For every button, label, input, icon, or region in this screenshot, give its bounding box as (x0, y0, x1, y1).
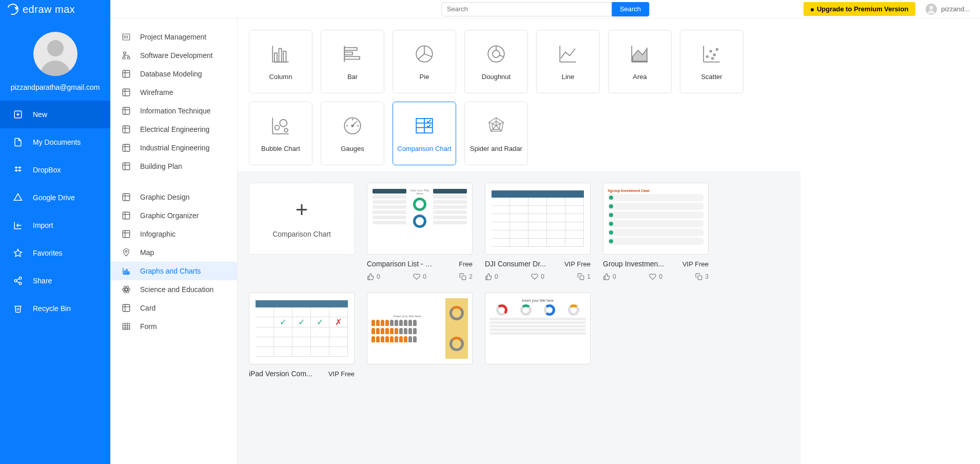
template-stats: 003 (603, 273, 709, 280)
category-ie[interactable]: Industrial Engineering (110, 139, 237, 157)
form-icon (122, 322, 131, 331)
svg-line-81 (499, 55, 503, 56)
likes: 0 (367, 273, 380, 280)
tile-scatter[interactable]: Scatter (680, 30, 743, 93)
category-sd[interactable]: Software Development (110, 46, 237, 65)
new-template-label: Comparison Chart (272, 230, 331, 238)
category-gd[interactable]: Graphic Design (110, 188, 237, 206)
category-sci[interactable]: Science and Education (110, 280, 237, 299)
category-wf[interactable]: Wireframe (110, 83, 237, 102)
tile-bar[interactable]: Bar (321, 30, 384, 93)
template-badge: VIP Free (564, 260, 591, 268)
search-input[interactable] (441, 2, 612, 16)
category-info[interactable]: Infographic (110, 225, 237, 243)
column-chart-icon (270, 43, 291, 65)
template-title: iPad Version Com... (249, 370, 312, 378)
nav-share[interactable]: Share (0, 267, 110, 295)
svg-point-101 (351, 125, 354, 127)
category-label: Information Technique (140, 107, 211, 115)
svg-rect-41 (123, 212, 130, 219)
ee-icon (122, 125, 131, 134)
tile-gauges[interactable]: Gauges (321, 102, 384, 165)
tile-label: Comparison Chart (397, 145, 452, 152)
category-sidebar: Project ManagementSoftware DevelopmentDa… (110, 0, 238, 464)
tile-bubble[interactable]: Bubble Chart (249, 102, 312, 165)
category-label: Wireframe (140, 88, 173, 96)
user-menu[interactable]: pizzand... (926, 4, 970, 15)
category-go[interactable]: Graphic Organizer (110, 206, 237, 225)
category-charts[interactable]: Graphs and Charts (110, 262, 237, 280)
template-card[interactable]: DJI Consumer Dr...VIP Free001 (485, 183, 591, 280)
user-email: pizzandparatha@gmail.com (11, 83, 100, 91)
template-title: Group Investmen... (603, 260, 664, 268)
tile-doughnut[interactable]: Doughnut (464, 30, 528, 93)
username: pizzand... (941, 5, 970, 13)
tile-radar[interactable]: Spider and Radar (464, 102, 528, 165)
category-label: Industrial Engineering (140, 144, 209, 152)
avatar[interactable] (33, 32, 77, 76)
category-map[interactable]: Map (110, 243, 237, 262)
nav-dropbox[interactable]: DropBox (0, 156, 110, 184)
template-card[interactable]: ✓✓✓✗iPad Version Com...VIP Free (249, 293, 355, 378)
template-card[interactable]: Xgroup Investment CaseGroup Investmen...… (603, 183, 709, 280)
category-label: Project Management (140, 33, 206, 41)
pie-chart-icon (414, 43, 435, 65)
category-dm[interactable]: Database Modeling (110, 65, 237, 83)
template-card[interactable]: Add Your Title HereComparison List - Pas… (367, 183, 473, 280)
search-button[interactable]: Search (612, 2, 649, 16)
tile-pie[interactable]: Pie (393, 30, 456, 93)
category-card[interactable]: Card (110, 299, 237, 317)
nav-label: DropBox (33, 166, 61, 174)
tile-area[interactable]: Area (608, 30, 672, 93)
tile-label: Doughnut (482, 73, 511, 81)
topbar: Search Upgrade to Premium Version pizzan… (110, 0, 980, 18)
category-ee[interactable]: Electrical Engineering (110, 120, 237, 139)
svg-point-79 (493, 50, 500, 57)
tile-label: Bar (347, 73, 358, 81)
tile-column[interactable]: Column (249, 30, 312, 93)
template-badge: Free (459, 260, 473, 268)
svg-line-76 (424, 54, 432, 56)
recycle-icon (13, 304, 23, 313)
svg-rect-52 (128, 272, 129, 275)
nav-mydocs[interactable]: My Documents (0, 128, 110, 156)
tile-comparison[interactable]: Comparison Chart (393, 102, 456, 165)
upgrade-button[interactable]: Upgrade to Premium Version (803, 2, 915, 16)
category-pm[interactable]: Project Management (110, 28, 237, 46)
app-name: edraw max (23, 4, 75, 15)
category-bp[interactable]: Building Plan (110, 157, 237, 176)
it-icon (122, 106, 131, 115)
nav-import[interactable]: Import (0, 211, 110, 239)
svg-rect-71 (344, 47, 357, 50)
svg-rect-60 (123, 323, 130, 330)
dot-icon (811, 8, 814, 11)
tile-line[interactable]: Line (536, 30, 600, 93)
tile-label: Gauges (341, 145, 364, 152)
svg-point-92 (716, 48, 718, 50)
category-it[interactable]: Information Technique (110, 102, 237, 120)
tile-label: Area (633, 73, 646, 81)
category-form[interactable]: Form (110, 317, 237, 336)
template-card[interactable]: Insert your title here! (367, 293, 473, 378)
nav-gdrive[interactable]: Google Drive (0, 184, 110, 211)
template-thumbnail: Add Your Title Here (367, 183, 473, 255)
new-blank-template[interactable]: +Comparison Chart (249, 183, 355, 280)
template-card[interactable]: Insert your title here (485, 293, 591, 378)
nav-new[interactable]: New (0, 101, 110, 128)
favs: 0 (649, 273, 662, 280)
svg-marker-86 (633, 48, 647, 61)
nav-recycle[interactable]: Recycle Bin (0, 295, 110, 322)
favs: 0 (413, 273, 426, 280)
import-icon (13, 221, 23, 230)
svg-rect-118 (698, 276, 702, 280)
svg-rect-57 (123, 304, 130, 312)
svg-rect-13 (124, 52, 126, 54)
svg-rect-69 (283, 51, 286, 62)
category-label: Science and Education (140, 285, 213, 294)
svg-marker-3 (14, 249, 22, 257)
chart-type-grid: ColumnBarPieDoughnutLineAreaScatterBubbl… (238, 18, 800, 171)
nav-favorites[interactable]: Favorites (0, 239, 110, 267)
svg-point-90 (710, 50, 712, 52)
svg-point-96 (275, 125, 280, 130)
template-thumbnail (485, 183, 591, 255)
